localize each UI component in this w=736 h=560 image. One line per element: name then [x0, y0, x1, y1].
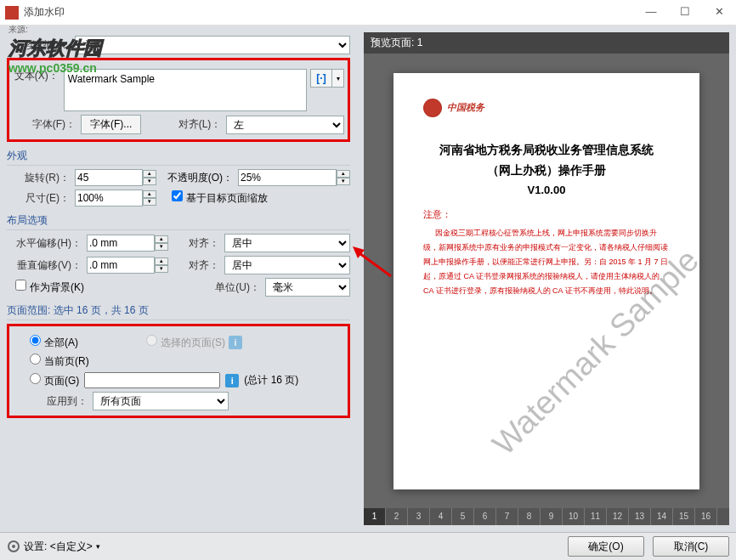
page-thumb-1[interactable]: 1: [364, 508, 386, 525]
radio-selected: 选择的页面(S): [146, 335, 225, 350]
page-thumb-8[interactable]: 8: [518, 508, 541, 525]
hoffset-spinner[interactable]: ▴▾: [87, 235, 168, 252]
text-align-label: 对齐(L)：: [175, 117, 226, 132]
opacity-input[interactable]: [238, 169, 337, 186]
doc-version: V1.0.00: [423, 184, 670, 196]
doc-title-1: 河南省地方税务局税收业务管理信息系统: [423, 143, 670, 158]
font-button[interactable]: 字体(F)...: [81, 115, 141, 134]
titlebar: 添加水印 — ☐ ✕: [0, 0, 736, 25]
tax-logo-text: 中国税务: [447, 101, 484, 114]
notice-body: 因金税三期工程核心征管系统上线，网上申报系统需要同步切换升级，新网报系统中原有业…: [423, 226, 670, 298]
apply-select[interactable]: 所有页面: [93, 392, 229, 410]
ok-button[interactable]: 确定(O): [568, 536, 644, 557]
close-button[interactable]: ✕: [702, 0, 736, 25]
cancel-button[interactable]: 取消(C): [653, 536, 729, 557]
minimize-button[interactable]: —: [634, 0, 668, 25]
halign-label: 对齐：: [185, 236, 224, 251]
text-label: 文本(X)：: [13, 69, 64, 83]
notice-title: 注意：: [423, 208, 670, 221]
doc-title-2: （网上办税）操作手册: [423, 163, 670, 178]
info-icon: i: [229, 336, 242, 349]
page-thumb-10[interactable]: 10: [563, 508, 585, 525]
apply-label: 应用到：: [13, 394, 93, 409]
page-thumb-5[interactable]: 5: [452, 508, 474, 525]
preview-panel: 预览页面: 1 中国税务 河南省地方税务局税收业务管理信息系统 （网上办税）操作…: [357, 25, 736, 532]
voffset-label: 垂直偏移(V)：: [7, 258, 87, 273]
page-thumb-13[interactable]: 13: [629, 508, 651, 525]
preview-area: 中国税务 河南省地方税务局税收业务管理信息系统 （网上办税）操作手册 V1.0.…: [364, 54, 729, 508]
valign-select[interactable]: 居中: [224, 256, 350, 274]
pages-total: (总计 16 页): [244, 373, 298, 387]
rotate-spinner[interactable]: ▴▾: [75, 169, 156, 186]
pages-input[interactable]: [84, 372, 220, 388]
layout-header: 布局选项: [7, 213, 350, 230]
window-title: 添加水印: [24, 5, 634, 20]
page-thumb-2[interactable]: 2: [386, 508, 408, 525]
gear-icon: [7, 540, 20, 553]
appearance-header: 外观: [7, 149, 350, 166]
app-icon: [5, 6, 19, 20]
page-thumb-7[interactable]: 7: [496, 508, 518, 525]
type-label: 类型(T)：: [7, 38, 75, 53]
text-input[interactable]: Watermark Sample: [64, 69, 307, 111]
unit-select[interactable]: 毫米: [265, 278, 350, 297]
page-thumb-16[interactable]: 16: [695, 508, 717, 525]
page-thumb-6[interactable]: 6: [474, 508, 496, 525]
dynamic-text-dropdown[interactable]: ▾: [332, 69, 344, 88]
opacity-spinner[interactable]: ▴▾: [238, 169, 350, 186]
page-thumb-9[interactable]: 9: [541, 508, 563, 525]
unit-label: 单位(U)：: [214, 280, 265, 295]
relative-scale-checkbox[interactable]: 基于目标页面缩放: [172, 190, 268, 206]
opacity-label: 不透明度(O)：: [165, 171, 238, 185]
as-background-checkbox[interactable]: 作为背景(K): [15, 280, 84, 295]
scale-input[interactable]: [75, 189, 143, 206]
page-thumbnails: 12345678910111213141516: [364, 508, 729, 525]
range-header: 页面范围: 选中 16 页，共 16 页: [7, 303, 350, 320]
maximize-button[interactable]: ☐: [668, 0, 702, 25]
font-label: 字体(F)：: [13, 117, 81, 132]
hoffset-input[interactable]: [87, 235, 155, 252]
settings-panel: 类型(T)： 文本 文本(X)： Watermark Sample [·] ▾ …: [0, 25, 357, 532]
page-thumb-12[interactable]: 12: [607, 508, 629, 525]
page-thumb-15[interactable]: 15: [673, 508, 695, 525]
highlight-box-1: 文本(X)： Watermark Sample [·] ▾ 字体(F)： 字体(…: [7, 58, 350, 142]
settings-label[interactable]: 设置: <自定义>: [24, 540, 93, 554]
text-align-select[interactable]: 左: [226, 116, 344, 134]
page-thumb-4[interactable]: 4: [430, 508, 452, 525]
dynamic-text-button[interactable]: [·]: [310, 69, 332, 88]
rotate-label: 旋转(R)：: [7, 171, 75, 185]
valign-label: 对齐：: [185, 258, 224, 273]
rotate-input[interactable]: [75, 169, 143, 186]
footer-bar: 设置: <自定义> ▾ 确定(O) 取消(C): [0, 532, 736, 560]
radio-all[interactable]: 全部(A): [30, 335, 78, 350]
preview-page: 中国税务 河南省地方税务局税收业务管理信息系统 （网上办税）操作手册 V1.0.…: [393, 73, 699, 489]
info-icon[interactable]: i: [225, 374, 239, 387]
voffset-spinner[interactable]: ▴▾: [87, 257, 168, 274]
page-thumb-3[interactable]: 3: [408, 508, 430, 525]
halign-select[interactable]: 居中: [224, 234, 350, 252]
radio-pages[interactable]: 页面(G): [30, 373, 79, 388]
voffset-input[interactable]: [87, 257, 155, 274]
hoffset-label: 水平偏移(H)：: [7, 236, 87, 251]
page-thumb-11[interactable]: 11: [585, 508, 607, 525]
scale-label: 尺寸(E)：: [7, 191, 75, 206]
svg-point-3: [12, 545, 15, 548]
settings-dropdown-icon[interactable]: ▾: [96, 542, 100, 551]
tax-logo-icon: [423, 99, 442, 117]
scale-spinner[interactable]: ▴▾: [75, 189, 156, 206]
highlight-box-2: 全部(A) 选择的页面(S) i 当前页(R) 页面(G) i (总计 16 页…: [7, 324, 350, 418]
radio-current[interactable]: 当前页(R): [30, 354, 89, 369]
preview-header: 预览页面: 1: [364, 32, 729, 54]
page-thumb-14[interactable]: 14: [651, 508, 673, 525]
type-select[interactable]: 文本: [75, 36, 350, 54]
